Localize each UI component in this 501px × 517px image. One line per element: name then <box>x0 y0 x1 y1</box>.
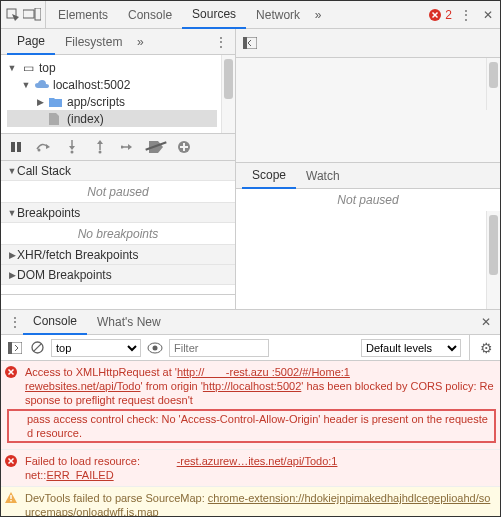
scope-scrollbar[interactable] <box>486 211 500 309</box>
tab-filesystem[interactable]: Filesystem <box>55 30 132 54</box>
close-drawer-icon[interactable]: ✕ <box>478 314 494 330</box>
message-text: Access to XMLHttpRequest at 'http:// -re… <box>25 365 494 445</box>
tab-console[interactable]: Console <box>118 2 182 28</box>
tab-network[interactable]: Network <box>246 2 310 28</box>
tree-row-host[interactable]: ▼ localhost:5002 <box>7 76 217 93</box>
console-settings-icon[interactable]: ⚙ <box>478 340 494 356</box>
step-out-icon[interactable] <box>91 138 109 156</box>
show-navigator-icon[interactable] <box>242 35 258 51</box>
svg-rect-16 <box>8 342 12 354</box>
navigator-kebab-icon[interactable]: ⋮ <box>213 34 229 50</box>
tab-page[interactable]: Page <box>7 29 55 55</box>
editor-placeholder <box>236 58 500 163</box>
context-selector[interactable]: top <box>51 339 141 357</box>
svg-point-8 <box>99 151 102 154</box>
inspect-icon[interactable] <box>5 7 21 23</box>
disclosure-triangle-icon[interactable]: ▶ <box>7 250 17 260</box>
editor-scrollbar[interactable] <box>486 58 500 110</box>
tab-whats-new[interactable]: What's New <box>87 310 171 334</box>
console-error-message[interactable]: Failed to load resource: -rest.azurew…it… <box>1 450 500 487</box>
deactivate-breakpoints-icon[interactable] <box>147 138 165 156</box>
tree-row-folder[interactable]: ▶ app/scripts <box>7 93 217 110</box>
message-text: DevTools failed to parse SourceMap: chro… <box>25 491 494 517</box>
tree-row-file[interactable]: (index) <box>7 110 217 127</box>
tab-drawer-console[interactable]: Console <box>23 309 87 335</box>
svg-rect-12 <box>183 143 185 151</box>
svg-line-18 <box>33 344 41 352</box>
callstack-header[interactable]: ▼ Call Stack <box>1 161 235 181</box>
svg-rect-2 <box>35 8 41 20</box>
file-tree: ▼ ▭ top ▼ localhost:5002 ▶ app/scripts (… <box>1 55 221 133</box>
disclosure-triangle-icon[interactable]: ▼ <box>7 166 17 176</box>
disclosure-triangle-icon[interactable]: ▼ <box>7 208 17 218</box>
svg-rect-4 <box>11 142 15 152</box>
disclosure-triangle-icon[interactable]: ▶ <box>7 270 17 280</box>
xhr-breakpoints-header[interactable]: ▶ XHR/fetch Breakpoints <box>1 245 235 265</box>
svg-rect-5 <box>17 142 21 152</box>
error-count: 2 <box>445 8 452 22</box>
frame-icon: ▭ <box>21 61 35 75</box>
pause-icon[interactable] <box>7 138 25 156</box>
tree-label: top <box>39 61 56 75</box>
left-pane: Page Filesystem » ⋮ ▼ ▭ top ▼ localhost:… <box>1 29 235 309</box>
breakpoints-header[interactable]: ▼ Breakpoints <box>1 203 235 223</box>
pause-on-exceptions-icon[interactable] <box>175 138 193 156</box>
highlighted-cors-text: pass access control check: No 'Access-Co… <box>7 409 496 443</box>
callstack-body: Not paused <box>1 181 235 203</box>
step-over-icon[interactable] <box>35 138 53 156</box>
live-expression-icon[interactable] <box>147 340 163 356</box>
breakpoints-body: No breakpoints <box>1 223 235 245</box>
tab-elements[interactable]: Elements <box>48 2 118 28</box>
more-navigator-tabs-icon[interactable]: » <box>132 34 148 50</box>
tab-watch[interactable]: Watch <box>296 164 350 188</box>
console-messages: Access to XMLHttpRequest at 'http:// -re… <box>1 361 500 517</box>
console-warning-message[interactable]: DevTools failed to parse SourceMap: chro… <box>1 487 500 517</box>
step-icon[interactable] <box>119 138 137 156</box>
navigator-scrollbar[interactable] <box>221 55 235 133</box>
close-devtools-icon[interactable]: ✕ <box>480 7 496 23</box>
more-tabs-icon[interactable]: » <box>310 7 326 23</box>
drawer: ⋮ Console What's New ✕ top Default level… <box>1 309 500 517</box>
tree-row-top[interactable]: ▼ ▭ top <box>7 59 217 76</box>
disclosure-triangle-icon[interactable]: ▶ <box>35 97 45 107</box>
file-icon <box>49 113 63 125</box>
svg-point-7 <box>71 151 74 154</box>
error-count-badge[interactable]: 2 <box>429 8 452 22</box>
cloud-icon <box>35 80 49 90</box>
svg-point-9 <box>121 146 124 149</box>
section-label: Breakpoints <box>17 206 80 220</box>
error-icon <box>429 9 441 21</box>
disclosure-triangle-icon[interactable]: ▼ <box>7 63 17 73</box>
step-into-icon[interactable] <box>63 138 81 156</box>
kebab-menu-icon[interactable]: ⋮ <box>458 7 474 23</box>
console-error-message[interactable]: Access to XMLHttpRequest at 'http:// -re… <box>1 361 500 450</box>
message-text: Failed to load resource: -rest.azurew…it… <box>25 454 494 482</box>
tree-label: (index) <box>67 112 104 126</box>
dom-breakpoints-header[interactable]: ▶ DOM Breakpoints <box>1 265 235 285</box>
debugger-toolbar <box>1 133 235 161</box>
error-icon <box>5 455 19 482</box>
navigator-tabbar: Page Filesystem » ⋮ <box>1 29 235 55</box>
filter-input[interactable] <box>169 339 269 357</box>
sidebar-toggle-icon[interactable] <box>7 340 23 356</box>
levels-selector[interactable]: Default levels <box>361 339 461 357</box>
main-tabbar: Elements Console Sources Network » 2 ⋮ ✕ <box>1 1 500 29</box>
svg-rect-23 <box>10 495 11 499</box>
folder-icon <box>49 97 63 107</box>
tab-sources[interactable]: Sources <box>182 1 246 29</box>
device-toggle-icon[interactable] <box>21 7 43 23</box>
section-label: Call Stack <box>17 164 71 178</box>
svg-rect-24 <box>10 500 11 501</box>
right-pane: Scope Watch Not paused <box>235 29 500 309</box>
drawer-kebab-icon[interactable]: ⋮ <box>7 314 23 330</box>
tab-scope[interactable]: Scope <box>242 163 296 189</box>
sources-split: Page Filesystem » ⋮ ▼ ▭ top ▼ localhost:… <box>1 29 500 309</box>
svg-rect-1 <box>23 10 34 18</box>
disclosure-triangle-icon[interactable]: ▼ <box>21 80 31 90</box>
svg-rect-14 <box>243 37 247 49</box>
tree-label: localhost:5002 <box>53 78 130 92</box>
drawer-tabbar: ⋮ Console What's New ✕ <box>1 309 500 335</box>
svg-point-6 <box>38 149 41 152</box>
clear-console-icon[interactable] <box>29 340 45 356</box>
scope-tabbar: Scope Watch <box>236 163 500 189</box>
